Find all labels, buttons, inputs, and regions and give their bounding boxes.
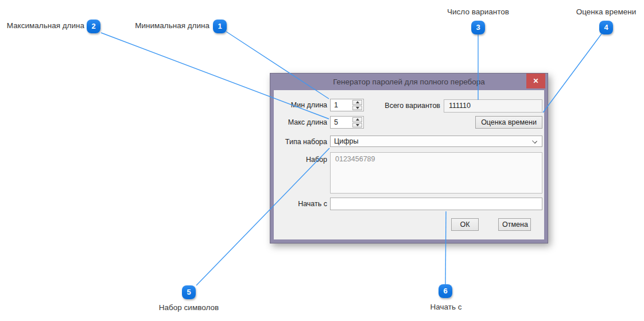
start-from-input[interactable]	[330, 198, 542, 210]
dialog-titlebar[interactable]: Генератор паролей для полного перебора ✕	[270, 74, 548, 90]
start-from-label: Начать с	[274, 198, 327, 210]
callout-label-total-variants: Число вариантов	[432, 7, 525, 16]
max-length-label: Макс длина	[274, 116, 327, 129]
close-icon: ✕	[533, 77, 538, 85]
max-length-spin-up-button[interactable]	[352, 117, 362, 122]
max-length-spin-buttons	[352, 117, 362, 127]
callout-badge-2: 2	[87, 20, 100, 33]
cancel-button[interactable]: Отмена	[498, 218, 531, 231]
set-type-selected-value: Цифры	[334, 137, 358, 145]
chevron-down-icon	[532, 138, 537, 144]
callout-label-min-length: Минимальная длина	[125, 21, 210, 30]
set-type-dropdown[interactable]: Цифры	[330, 136, 542, 147]
total-variants-label: Всего вариантов	[377, 99, 440, 112]
max-length-spin-down-button[interactable]	[352, 123, 362, 128]
dialog-title: Генератор паролей для полного перебора	[333, 78, 485, 86]
dialog-client-area: Мин длина 1 Всего вариантов 111110 Макс …	[274, 90, 544, 239]
arrow-down-icon	[356, 107, 359, 109]
arrow-up-icon	[356, 118, 359, 121]
estimate-time-button[interactable]: Оценка времени	[475, 116, 542, 129]
callout-badge-1: 1	[213, 20, 227, 33]
close-button[interactable]: ✕	[526, 74, 545, 88]
callout-badge-4: 4	[599, 21, 613, 34]
max-length-spinner[interactable]: 5	[330, 116, 364, 129]
min-length-spin-down-button[interactable]	[352, 106, 362, 111]
min-length-spin-buttons	[352, 100, 362, 110]
charset-textarea[interactable]: 0123456789	[330, 152, 542, 194]
annotated-screenshot: Генератор паролей для полного перебора ✕…	[0, 0, 644, 321]
charset-label: Набор	[274, 153, 327, 166]
min-length-label: Мин длина	[274, 99, 327, 111]
password-generator-dialog: Генератор паролей для полного перебора ✕…	[270, 73, 548, 243]
callout-label-start-from: Начать с	[399, 303, 492, 311]
min-length-spinner[interactable]: 1	[330, 99, 364, 111]
callout-label-estimate-time: Оценка времени	[560, 7, 644, 16]
total-variants-value: 111110	[449, 102, 471, 110]
arrow-up-icon	[356, 101, 359, 103]
callout-label-charset: Набор символов	[142, 303, 235, 312]
callout-label-max-length: Максимальная длина	[2, 21, 84, 30]
min-length-spin-up-button[interactable]	[352, 100, 362, 105]
callout-line-4	[543, 34, 602, 113]
arrow-down-icon	[356, 124, 359, 126]
min-length-value: 1	[334, 99, 338, 111]
set-type-label: Типа набора	[274, 136, 327, 148]
ok-button[interactable]: ОК	[451, 218, 479, 231]
callout-badge-6: 6	[439, 284, 452, 298]
total-variants-field: 111110	[444, 99, 542, 113]
max-length-value: 5	[334, 117, 338, 128]
callout-badge-5: 5	[182, 285, 196, 299]
callout-badge-3: 3	[471, 21, 485, 34]
